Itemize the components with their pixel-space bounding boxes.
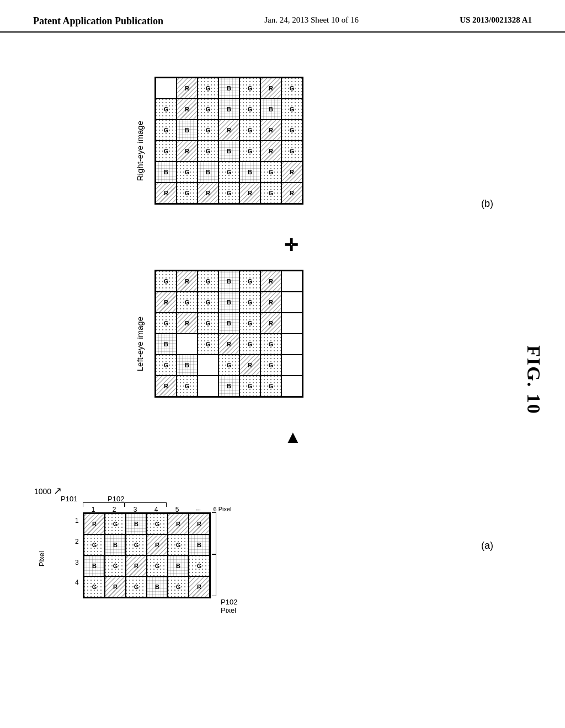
pixel-cell: R (189, 513, 210, 534)
right-eye-label: Right-eye image (135, 77, 145, 226)
pixel-cell: B (147, 576, 168, 597)
pixel-cell: B (84, 555, 105, 576)
pixel-cell (281, 313, 302, 334)
left-eye-grid: G R G B G R R G G B G R G R (154, 270, 303, 398)
pixel-cell: G (260, 183, 281, 204)
pixel-cell: G (281, 141, 302, 162)
pixel-cell (281, 271, 302, 292)
pixel-cell: R (260, 120, 281, 141)
pixel-cell: G (156, 355, 177, 376)
pixel-cell: R (105, 576, 126, 597)
left-eye-label: Left-eye image (135, 270, 145, 419)
pixel-cell: G (239, 271, 260, 292)
pixel-cell: G (198, 334, 218, 355)
pixel-cell: G (218, 183, 239, 204)
pixel-cell: R (281, 183, 302, 204)
publication-date-sheet: Jan. 24, 2013 Sheet 10 of 16 (264, 15, 359, 25)
cross-arrow: ✛ (284, 235, 298, 255)
pixel-cell: G (177, 183, 198, 204)
right-eye-row-1: R G B G R G (156, 78, 302, 99)
pixel-cell: R (218, 120, 239, 141)
pixel-cell: B (218, 99, 239, 120)
pixel-cell: G (105, 555, 126, 576)
pixel-cell: R (168, 513, 189, 534)
pixel-cell: R (260, 271, 281, 292)
row-label-4: 4 (75, 579, 79, 586)
pixel-cell: B (218, 271, 239, 292)
pixel-cell: G (239, 120, 260, 141)
label-b: (b) (481, 198, 493, 210)
pixel-cell: B (156, 162, 177, 183)
pixel-cell: G (198, 271, 218, 292)
pixel-cell: G (260, 162, 281, 183)
pixel-cell: B (198, 162, 218, 183)
pixel-cell: R (260, 313, 281, 334)
pixel-cell (281, 292, 302, 313)
pixel-cell: G (105, 513, 126, 534)
pixel-cell: G (239, 141, 260, 162)
pixel-cell (281, 355, 302, 376)
left-eye-row-5: G B G R G (156, 355, 302, 376)
row-label-1: 1 (75, 517, 79, 524)
pixel-cell: G (239, 292, 260, 313)
pixel-cell: R (239, 183, 260, 204)
pixel-cell: G (84, 576, 105, 597)
publication-number: US 2013/0021328 A1 (460, 15, 532, 25)
pixel-cell: R (260, 78, 281, 99)
main-row-4: G R G B G R (84, 576, 210, 597)
pixel-cell: G (147, 513, 168, 534)
pixel-cell: G (239, 313, 260, 334)
pixel-cell: G (198, 141, 218, 162)
p102-right-bracket2 (212, 554, 216, 596)
pixel-cell: R (84, 513, 105, 534)
pixel-cell: G (168, 576, 189, 597)
pixel-cell: G (218, 162, 239, 183)
right-eye-row-6: R G R G R G R (156, 183, 302, 204)
pixel-cell: G (156, 99, 177, 120)
pixel-cell: R (177, 141, 198, 162)
pixel-cell (198, 355, 218, 376)
pixel-cell: G (84, 534, 105, 555)
main-row-3: B G R G B G (84, 555, 210, 576)
pixel-cell: B (218, 376, 239, 397)
pixel-cell (156, 78, 177, 99)
main-pixel-grid: R G B G R R G B G R G B B G R G B G G R (83, 512, 211, 598)
publication-title: Patent Application Publication (33, 15, 163, 27)
ref-p102-top: P102 (108, 495, 124, 503)
left-eye-row-3: G R G B G R (156, 313, 302, 334)
pixel-cell: G (156, 271, 177, 292)
pixel-cell: G (177, 292, 198, 313)
pixel-cell: B (218, 141, 239, 162)
pixel-cell: G (198, 99, 218, 120)
pixel-cell: R (189, 576, 210, 597)
pixel-cell: R (177, 313, 198, 334)
pixel-cell: B (218, 313, 239, 334)
figure-title: FIG. 10 (523, 345, 544, 414)
pixel-cell: R (281, 162, 302, 183)
pixel-cell: R (156, 292, 177, 313)
p102-right-bracket (212, 512, 216, 554)
ref-p102-side: P102 (221, 598, 237, 606)
pixel-cell: B (189, 534, 210, 555)
pixel-cell: G (198, 313, 218, 334)
pixel-cell: R (126, 555, 147, 576)
pixel-cell: R (156, 183, 177, 204)
pixel-cell: G (126, 576, 147, 597)
right-eye-row-4: G R G B G R G (156, 141, 302, 162)
page-header: Patent Application Publication Jan. 24, … (0, 0, 565, 33)
pixel-cell: G (168, 534, 189, 555)
right-eye-section: Right-eye image R G B G R G G R G B G (149, 77, 303, 205)
row-label-3: 3 (75, 559, 79, 566)
pixel-cell: B (156, 334, 177, 355)
pixel-cell: G (281, 120, 302, 141)
pixel-cell: B (218, 78, 239, 99)
pixel-cell: B (177, 355, 198, 376)
pixel-cell: B (177, 120, 198, 141)
pixel-cell: R (156, 376, 177, 397)
pixel-label-bottom: Pixel (221, 606, 236, 614)
pixel-cell: R (198, 183, 218, 204)
pixel-cell: R (260, 141, 281, 162)
pixel-cell: B (105, 534, 126, 555)
ref-p101: P101 (61, 495, 77, 503)
pixel-cell: R (177, 78, 198, 99)
